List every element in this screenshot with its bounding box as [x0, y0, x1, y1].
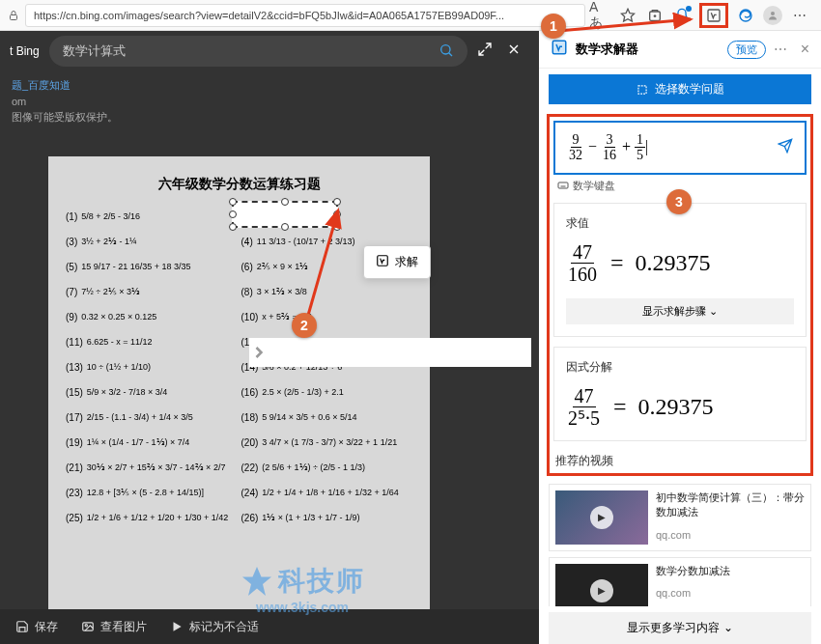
video-source: qq.com	[656, 586, 730, 601]
video-source: qq.com	[656, 528, 805, 543]
video-thumbnail: ▶	[555, 564, 648, 606]
profile-avatar[interactable]	[763, 6, 782, 25]
submit-icon[interactable]	[778, 138, 793, 157]
image-search-box[interactable]	[49, 36, 467, 67]
annotation-marker-2: 2	[292, 313, 317, 338]
view-image-button[interactable]: 查看图片	[81, 619, 147, 635]
reading-mode-icon[interactable]: Aあ	[589, 6, 609, 25]
worksheet-problem: (23) 12.8 + [3⅕ × (5 - 2.8 + 14/15)]	[66, 483, 238, 502]
lock-icon	[6, 8, 21, 23]
solve-popup[interactable]: 求解	[363, 245, 431, 279]
worksheet-problem: (20) 3 4/7 × (1 7/3 - 3/7) × 3/22 + 1 1/…	[241, 433, 413, 452]
worksheet-problem: (22) (2 5/6 + 1⅓) ÷ (2/5 - 1 1/3)	[241, 458, 413, 477]
edge-icon[interactable]	[736, 6, 755, 25]
svg-point-5	[771, 12, 775, 15]
play-icon: ▶	[590, 579, 613, 602]
solve-label: 求解	[395, 254, 418, 270]
more-icon[interactable]: ⋯	[790, 6, 809, 25]
worksheet-problem: (21) 30⅓ × 2/7 + 15⅔ × 3/7 - 14⅔ × 2/7	[66, 458, 238, 477]
recommended-videos-title: 推荐的视频	[553, 453, 807, 469]
worksheet-problem: (8) 3 × 1⅔ × 3/8	[241, 282, 413, 301]
worksheet-problem: (13) 10 ÷ (1½ + 1/10)	[66, 357, 238, 377]
crop-selection[interactable]	[232, 201, 338, 228]
show-more-button[interactable]: 显示更多学习内容 ⌄	[549, 612, 811, 644]
toolbar-actions: ⋯	[612, 3, 815, 28]
worksheet-problem: (19) 1¼ × (1/4 - 1/7 - 1⅓) × 7/4	[66, 433, 238, 452]
url-bar[interactable]: https://cn.bing.com/images/search?view=d…	[25, 4, 585, 27]
copyright-note: 图像可能受版权保护。	[12, 111, 118, 123]
math-solver-icon[interactable]	[704, 6, 723, 25]
worksheet-problem: (24) 1/2 + 1/4 + 1/8 + 1/16 + 1/32 + 1/6…	[241, 483, 413, 502]
solution-highlight: 932 − 316 + 15| 数学键盘 求值 47160 =	[547, 114, 813, 476]
factor-result: 472⁵·5 = 0.29375	[566, 385, 794, 429]
factor-label: 因式分解	[566, 359, 794, 376]
chevron-down-icon: ⌄	[723, 621, 733, 634]
video-thumbnail: ▶	[555, 490, 648, 545]
search-icon[interactable]	[439, 42, 454, 61]
math-solver-panel: 数学求解器 预览 ⋯ × 选择数学问题 932 − 316 + 15|	[539, 31, 821, 644]
worksheet-problem: (15) 5/9 × 3/2 - 7/18 × 3/4	[66, 382, 238, 402]
eval-result: 47160 = 0.29375	[566, 241, 794, 285]
notification-badge	[686, 6, 692, 12]
svg-rect-14	[558, 182, 568, 188]
video-list: ▶ 初中数学简便计算（三）：带分数加减法 qq.com ▶ 数学分数加减法 qq…	[539, 480, 821, 606]
chevron-down-icon: ⌄	[709, 305, 718, 317]
worksheet-problem: (18) 5 9/14 × 3/5 + 0.6 × 5/14	[241, 407, 413, 427]
image-viewer: t Bing 题_百度知道 om 图像可能受版权保护。	[0, 31, 539, 644]
panel-more-icon[interactable]: ⋯	[774, 42, 787, 57]
collections-icon[interactable]	[645, 6, 665, 25]
svg-point-6	[441, 44, 450, 53]
video-title: 初中数学简便计算（三）：带分数加减法	[656, 490, 805, 520]
worksheet-problem: (16) 2.5 × (2/5 - 1/3) + 2.1	[241, 382, 413, 402]
worksheet-problem: (9) 0.32 × 0.25 × 0.125	[66, 307, 238, 326]
worksheet-problem: (25) 1/2 + 1/6 + 1/12 + 1/20 + 1/30 + 1/…	[66, 508, 238, 527]
play-icon: ▶	[590, 506, 613, 529]
next-image-arrow[interactable]	[249, 338, 531, 367]
svg-marker-1	[621, 9, 634, 21]
svg-point-9	[85, 625, 87, 627]
panel-close-icon[interactable]: ×	[801, 41, 809, 58]
worksheet-problem: (10) x + 5⅔ = 7.3	[241, 307, 413, 326]
source-info: 题_百度知道 om 图像可能受版权保护。	[0, 71, 539, 131]
worksheet-problem: (7) 7½ ÷ 2⅕ × 3⅓	[66, 282, 238, 301]
browser-toolbar: https://cn.bing.com/images/search?view=d…	[0, 0, 821, 31]
eval-label: 求值	[566, 215, 794, 232]
svg-rect-0	[11, 14, 17, 19]
math-solver-launcher-highlight	[699, 3, 728, 28]
svg-marker-10	[174, 622, 182, 630]
source-domain: om	[12, 96, 26, 107]
evaluate-card: 求值 47160 = 0.29375 显示求解步骤 ⌄	[553, 203, 807, 337]
preview-button[interactable]: 预览	[727, 41, 766, 59]
worksheet-problem: (1) 5/8 + 2/5 - 3/16	[66, 207, 238, 226]
worksheet-problem: (5) 15 9/17 - 21 16/35 + 18 3/35	[66, 257, 238, 276]
factor-card: 因式分解 472⁵·5 = 0.29375	[553, 347, 807, 441]
viewer-bottom-bar: 保存 查看图片 标记为不合适	[0, 609, 539, 644]
save-button[interactable]: 保存	[15, 619, 58, 635]
favorite-icon[interactable]	[618, 6, 637, 25]
close-icon[interactable]	[506, 42, 522, 61]
expand-icon[interactable]	[477, 42, 493, 61]
solve-icon	[376, 254, 389, 270]
select-problem-button[interactable]: 选择数学问题	[549, 74, 811, 104]
panel-header: 数学求解器 预览 ⋯ ×	[539, 31, 821, 69]
show-steps-button[interactable]: 显示求解步骤 ⌄	[566, 298, 794, 324]
math-expression: 932 − 316 + 15|	[567, 132, 770, 163]
video-title: 数学分数加减法	[656, 564, 730, 578]
annotation-marker-3: 3	[666, 189, 692, 214]
annotation-marker-1: 1	[541, 14, 566, 39]
worksheet-problem: (17) 2/15 - (1.1 - 3/4) + 1/4 × 3/5	[66, 407, 238, 427]
worksheet-title: 六年级数学分数运算练习题	[66, 176, 412, 193]
video-item[interactable]: ▶ 数学分数加减法 qq.com	[549, 557, 811, 606]
math-input-area[interactable]: 932 − 316 + 15|	[553, 121, 807, 175]
worksheet-problem: (3) 3½ + 2⅓ - 1¼	[66, 232, 238, 251]
flag-button[interactable]: 标记为不合适	[170, 619, 259, 635]
worksheet-problem: (11) 6.625 - x = 11/12	[66, 332, 238, 351]
video-item[interactable]: ▶ 初中数学简便计算（三）：带分数加减法 qq.com	[549, 484, 811, 551]
notifications-icon[interactable]	[672, 6, 692, 25]
panel-icon	[551, 39, 568, 60]
source-link[interactable]: 题_百度知道	[12, 79, 71, 91]
search-input[interactable]	[63, 44, 429, 59]
svg-rect-13	[638, 85, 646, 93]
worksheet-problem: (26) 1⅓ × (1 + 1/3 + 1/7 - 1/9)	[241, 508, 413, 527]
bing-logo: t Bing	[10, 44, 40, 58]
